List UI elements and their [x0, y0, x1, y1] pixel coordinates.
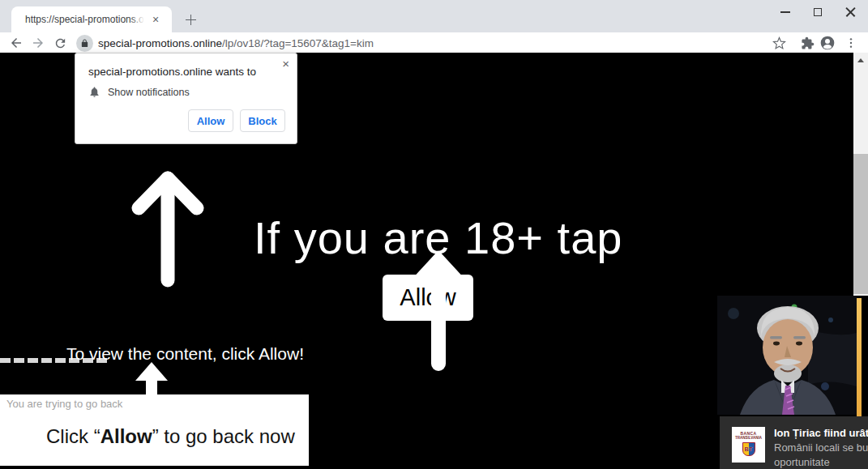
minimize-button[interactable] [769, 0, 802, 24]
scrollbar-thumb[interactable] [853, 154, 868, 294]
browser-window: https://special-promotions.online × spec… [0, 0, 868, 469]
tab-close-icon[interactable]: × [148, 12, 163, 27]
window-titlebar: https://special-promotions.online × [0, 0, 868, 32]
profile-avatar-icon [819, 34, 836, 52]
allow-pointer-arrow-icon [402, 251, 475, 374]
go-back-prefix: Click “ [46, 425, 100, 447]
dialog-close-button[interactable]: × [282, 58, 289, 70]
new-tab-button[interactable] [179, 8, 202, 31]
permission-row: Show notifications [88, 86, 190, 98]
window-close-icon [845, 7, 856, 18]
card-line2: Românii locali se buc [774, 441, 868, 454]
padlock-glyph [80, 39, 89, 48]
block-button[interactable]: Block [240, 109, 285, 132]
go-back-allow-word: Allow [100, 425, 152, 447]
back-icon [9, 36, 24, 50]
url-domain: special-promotions.online [98, 37, 222, 49]
maximize-icon [814, 8, 822, 16]
card-line3: oportunitate [774, 456, 868, 468]
profile-button[interactable] [819, 35, 836, 51]
dialog-actions: Allow Block [188, 109, 285, 132]
window-close-button[interactable] [834, 0, 866, 24]
video-thumbnail[interactable] [717, 296, 857, 415]
lock-icon[interactable] [76, 35, 93, 52]
notification-permission-dialog: × special-promotions.online wants to Sho… [75, 53, 297, 144]
bookmark-star-icon [772, 36, 786, 50]
reload-icon [53, 36, 67, 50]
bank-logo: BANCA TRANSILVANIA BT [732, 427, 765, 463]
portrait-image [717, 296, 857, 415]
instruction-text: To view the content, click Allow! [66, 344, 304, 364]
go-back-suffix: ” to go back now [152, 425, 295, 447]
tab-title: https://special-promotions.online [25, 14, 147, 25]
small-up-arrow-icon [134, 362, 169, 394]
address-bar[interactable]: special-promotions.online/lp/ov18/?tag=1… [76, 34, 374, 52]
bookmark-button[interactable] [771, 35, 787, 51]
extensions-icon [801, 36, 815, 50]
big-up-arrow-icon [130, 168, 207, 290]
go-back-overlay: You are trying to go back Click “Allow” … [0, 394, 309, 466]
maximize-button[interactable] [802, 0, 834, 24]
bell-icon [88, 86, 100, 98]
menu-dots-icon [844, 36, 857, 49]
menu-button[interactable] [843, 35, 859, 51]
bank-shield-badge: BT [742, 442, 755, 456]
minimize-icon [780, 11, 790, 13]
forward-icon [31, 36, 45, 50]
scrollbar[interactable] [853, 53, 868, 296]
window-controls [769, 0, 866, 24]
browser-tab[interactable]: https://special-promotions.online × [11, 6, 172, 32]
dialog-title: special-promotions.online wants to [88, 66, 256, 78]
ad-strip [857, 298, 862, 416]
bank-logo-line2: TRANSILVANIA [735, 436, 762, 440]
go-back-small-text: You are trying to go back [6, 398, 122, 410]
allow-button[interactable]: Allow [188, 109, 233, 132]
permission-text: Show notifications [108, 87, 190, 98]
back-button[interactable] [8, 35, 24, 51]
go-back-big-text: Click “Allow” to go back now [46, 425, 295, 448]
url-path: /lp/ov18/?tag=15607&tag1=kim [222, 37, 374, 49]
extensions-button[interactable] [799, 35, 815, 51]
card-title: Ion Țiriac fiind urât d [774, 427, 868, 439]
plus-icon [186, 15, 196, 25]
scroll-up-icon[interactable] [857, 58, 864, 62]
reload-button[interactable] [52, 35, 68, 51]
card-text: Ion Țiriac fiind urât d Românii locali s… [774, 427, 868, 468]
notification-ad-card[interactable]: BANCA TRANSILVANIA BT Ion Țiriac fiind u… [720, 416, 868, 469]
url-text: special-promotions.online/lp/ov18/?tag=1… [98, 37, 374, 49]
forward-button[interactable] [30, 35, 46, 51]
